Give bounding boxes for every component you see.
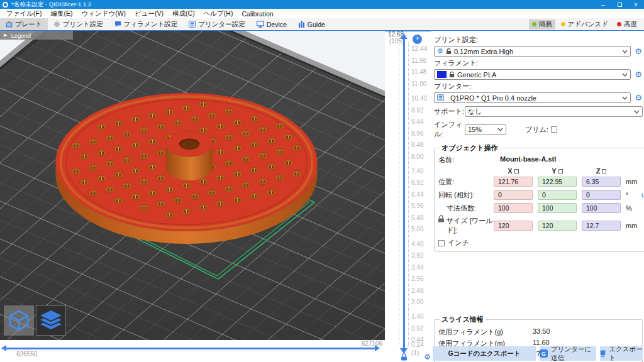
object-manipulation-group: オブジェクト操作 名前: Mount-base-A.stl XYZ 位置:121… [434, 143, 644, 252]
manipulation-row: 回転 (相対):000°↺ [438, 190, 644, 200]
print-settings-combo[interactable]: ⚙ 0.12mm Extra High [434, 46, 631, 57]
legend-bar[interactable]: ▶ Legend [0, 31, 73, 40]
mode-アドバンスド[interactable]: アドバンスド [558, 19, 611, 30]
print-settings-icon [53, 21, 60, 28]
support-value: なし [468, 107, 482, 116]
mode-高度[interactable]: 高度 [614, 19, 640, 30]
menu-item[interactable]: ヘルプ(H) [199, 9, 238, 18]
mode-簡易[interactable]: 簡易 [529, 19, 555, 30]
axis-header-x: X [494, 167, 533, 175]
chevron-down-icon [634, 110, 640, 114]
value-field-y[interactable]: 0 [538, 190, 577, 200]
manipulation-row: 寸法係数:100100100% [438, 203, 644, 213]
value-field-y[interactable]: 122.95 [538, 177, 577, 187]
print-settings-edit-gear-icon[interactable]: ⚙ [634, 47, 643, 56]
value-field-x[interactable]: 120 [494, 221, 533, 231]
view-3d-button[interactable] [4, 305, 34, 336]
printer-edit-gear-icon[interactable]: ⚙ [634, 93, 643, 102]
chevron-down-icon [622, 50, 628, 53]
print-settings-value: 0.12mm Extra High [454, 48, 513, 55]
slider-settings-gear-icon[interactable]: ⚙ [424, 353, 431, 361]
filament-combo[interactable]: Generic PLA [434, 69, 631, 80]
move-slider-track[interactable] [6, 348, 375, 349]
export-button[interactable]: エクスポート [600, 346, 643, 361]
value-field-x[interactable]: 0 [494, 190, 533, 200]
printer-icon [437, 94, 444, 101]
infill-label: インフィル: [434, 120, 465, 139]
layer-tick-label: 2.48 [411, 287, 433, 294]
value-field-x[interactable]: 121.76 [494, 177, 533, 187]
reset-rotation-icon[interactable]: ↺ [641, 190, 644, 200]
send-to-printer-button[interactable]: G プリンターに送信 [540, 346, 596, 361]
add-color-change-button[interactable]: + [413, 35, 422, 44]
mode-label: アドバンスド [568, 20, 608, 29]
value-field-y[interactable]: 120 [538, 221, 577, 231]
printer-settings-icon [189, 21, 196, 28]
chevron-down-icon [622, 73, 628, 77]
infill-combo[interactable]: 15% [465, 124, 506, 135]
inches-checkbox[interactable] [438, 240, 445, 246]
layer-tick-label: 7.40 [411, 168, 433, 175]
menu-item[interactable]: ウィンドウ(W) [77, 9, 130, 18]
layer-tick-label: 11.96 [411, 57, 433, 64]
layer-tick-label: 8.00 [411, 153, 433, 160]
tab-label: フィラメント設定 [124, 20, 177, 29]
menu-item[interactable]: ファイル(F) [2, 9, 46, 18]
manipulation-row: サイズ [ワールド]:12012012.7mm [438, 216, 644, 235]
value-field-z[interactable]: 12.7 [582, 221, 621, 231]
tab-bar: プレートプリント設定フィラメント設定プリンター設定DeviceGuide 簡易ア… [0, 18, 644, 30]
menu-item[interactable]: Calibration [237, 9, 277, 18]
layer-tick-label: 9.44 [411, 118, 433, 125]
device-icon [257, 21, 264, 28]
value-field-z[interactable]: 0 [582, 190, 621, 200]
value-field-z[interactable]: 6.35 [582, 177, 621, 187]
guide-icon [298, 21, 305, 28]
slice-info-row: 使用フィラメント(g)33.50 [438, 327, 638, 337]
filament-value: Generic PLA [457, 71, 496, 79]
value-field-y[interactable]: 100 [538, 203, 577, 213]
legend-label: Legend [11, 32, 31, 39]
filament-color-swatch [437, 71, 447, 78]
layer-tick-label: 4.40 [411, 241, 433, 248]
menu-item[interactable]: ビュー(V) [130, 9, 168, 18]
close-button[interactable]: × [628, 0, 644, 9]
tab-プリンター設定[interactable]: プリンター設定 [183, 18, 250, 30]
menu-item[interactable]: 編集(E) [46, 9, 77, 18]
tab-フィラメント設定[interactable]: フィラメント設定 [109, 18, 183, 30]
app-icon [3, 2, 8, 8]
layer-slider[interactable]: 12.68 (105) + 12.4411.9611.4811.0010.409… [385, 31, 431, 362]
layer-tick-label: 3.92 [411, 252, 433, 259]
layer-slider-lock-icon[interactable] [401, 353, 408, 361]
mode-dot-icon [532, 22, 536, 26]
maximize-icon [618, 3, 622, 7]
tab-Device[interactable]: Device [251, 18, 292, 30]
layer-slider-track[interactable] [403, 38, 405, 349]
brim-checkbox[interactable] [551, 126, 557, 133]
menu-item[interactable]: 構成(C) [168, 9, 199, 18]
view-layers-button[interactable] [36, 305, 66, 336]
model-object[interactable] [56, 93, 318, 244]
filament-edit-gear-icon[interactable]: ⚙ [634, 70, 643, 79]
axis-letter: Z [596, 167, 601, 175]
value-field-x[interactable]: 100 [494, 203, 533, 213]
value-field-z[interactable]: 100 [582, 203, 621, 213]
support-label: サポート: [434, 107, 465, 116]
printer-combo[interactable]: Q1PRO * Q1 Pro 0.4 nozzle [434, 92, 631, 103]
manipulation-row-label: 寸法係数: [438, 204, 494, 213]
unit-label: ° [626, 191, 640, 199]
move-slider[interactable]: 627106 626550 [0, 340, 385, 362]
minimize-button[interactable]: – [595, 0, 611, 9]
viewport-3d[interactable] [0, 31, 385, 340]
maximize-button[interactable] [611, 0, 628, 9]
tab-Guide[interactable]: Guide [292, 18, 331, 30]
uniform-scale-lock-icon[interactable] [438, 215, 445, 222]
tab-プレート[interactable]: プレート [0, 18, 48, 30]
support-combo[interactable]: なし [465, 106, 643, 117]
axis-drag-icon [558, 169, 563, 173]
layer-tick-label: 3.44 [411, 264, 433, 271]
brim-label: プリム: [525, 125, 548, 134]
layer-tick-label: 1.40 [411, 313, 433, 320]
export-gcode-button[interactable]: Gコードのエクスポート [433, 346, 536, 361]
tab-プリント設定[interactable]: プリント設定 [48, 18, 109, 30]
layer-tick-label: 2.96 [411, 275, 433, 282]
